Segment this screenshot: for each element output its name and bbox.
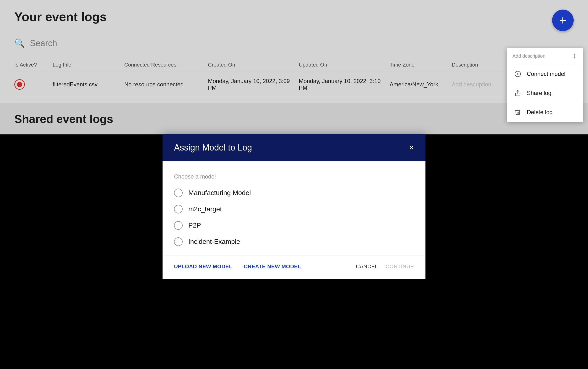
trash-icon	[513, 108, 522, 117]
create-new-model-button[interactable]: CREATE NEW MODEL	[244, 264, 301, 270]
cell-created-on: Monday, January 10, 2022, 3:09 PM	[208, 78, 299, 91]
radio-circle-manufacturing	[174, 189, 183, 197]
table-row: filteredEvents.csv No resource connected…	[14, 72, 574, 97]
shared-section: Shared event logs	[0, 103, 588, 135]
dialog-footer: UPLOAD NEW MODEL CREATE NEW MODEL CANCEL…	[174, 264, 414, 270]
radio-label-p2p: P2P	[188, 222, 201, 229]
dialog-footer-right: CANCEL CONTINUE	[356, 264, 414, 270]
radio-circle-p2p	[174, 221, 183, 230]
shared-section-title: Shared event logs	[14, 113, 574, 126]
radio-label-incident: Incident-Example	[188, 238, 240, 246]
radio-label-manufacturing: Manufacturing Model	[188, 189, 251, 197]
main-content: Your event logs + 🔍 Is Active? Log File …	[0, 0, 588, 115]
cell-updated-on: Monday, January 10, 2022, 3:10 PM	[299, 78, 390, 91]
context-menu-item-delete[interactable]: Delete log	[507, 103, 583, 122]
page-header: Your event logs +	[14, 10, 574, 31]
dialog-footer-left: UPLOAD NEW MODEL CREATE NEW MODEL	[174, 264, 301, 270]
plus-icon: +	[559, 14, 567, 27]
more-options-icon[interactable]: ⋮	[572, 53, 578, 59]
cell-time-zone: America/New_York	[390, 81, 452, 88]
context-menu-header: Add description ⋮	[507, 48, 583, 64]
col-header-time-zone: Time Zone	[390, 62, 452, 68]
dialog-title: Assign Model to Log	[174, 143, 252, 153]
search-input[interactable]	[30, 38, 126, 48]
page-title: Your event logs	[14, 10, 107, 24]
table-header: Is Active? Log File Connected Resources …	[14, 58, 574, 72]
continue-button: CONTINUE	[386, 264, 414, 270]
col-header-is-active: Is Active?	[14, 62, 53, 68]
radio-item-incident-example[interactable]: Incident-Example	[174, 237, 414, 246]
radio-circle-incident	[174, 237, 183, 246]
cell-log-file: filteredEvents.csv	[53, 81, 124, 88]
radio-item-m2c-target[interactable]: m2c_target	[174, 205, 414, 214]
context-menu-item-share[interactable]: Share log	[507, 83, 583, 103]
dialog-body: Choose a model Manufacturing Model m2c_t…	[163, 161, 425, 279]
context-menu-item-delete-label: Delete log	[527, 109, 553, 116]
add-button[interactable]: +	[552, 10, 574, 31]
context-menu-description-placeholder[interactable]: Add description	[512, 53, 545, 59]
context-menu-item-share-label: Share log	[527, 90, 551, 96]
context-menu: Add description ⋮ Connect model Share lo…	[507, 48, 583, 122]
cancel-button[interactable]: CANCEL	[356, 264, 378, 270]
col-header-connected-resources: Connected Resources	[124, 62, 208, 68]
search-bar: 🔍	[14, 38, 574, 48]
col-header-log-file: Log File	[53, 62, 124, 68]
radio-label-m2c: m2c_target	[188, 205, 222, 213]
active-radio[interactable]	[14, 79, 25, 90]
active-radio-inner	[17, 82, 22, 87]
col-header-created-on: Created On	[208, 62, 299, 68]
dialog-close-button[interactable]: ×	[409, 143, 414, 152]
cell-is-active	[14, 79, 53, 90]
dialog-divider	[163, 256, 425, 256]
radio-item-manufacturing-model[interactable]: Manufacturing Model	[174, 189, 414, 197]
col-header-updated-on: Updated On	[299, 62, 390, 68]
connect-model-icon	[513, 70, 522, 78]
upload-new-model-button[interactable]: UPLOAD NEW MODEL	[174, 264, 232, 270]
choose-model-label: Choose a model	[174, 173, 414, 180]
context-menu-item-connect[interactable]: Connect model	[507, 64, 583, 83]
cell-connected-resources: No resource connected	[124, 81, 208, 88]
model-radio-group: Manufacturing Model m2c_target P2P Incid…	[174, 189, 414, 246]
assign-model-dialog: Assign Model to Log × Choose a model Man…	[163, 134, 425, 279]
search-icon: 🔍	[14, 38, 25, 48]
share-icon	[513, 89, 522, 97]
context-menu-item-connect-label: Connect model	[527, 71, 565, 77]
dialog-header: Assign Model to Log ×	[163, 134, 425, 161]
radio-circle-m2c	[174, 205, 183, 214]
radio-item-p2p[interactable]: P2P	[174, 221, 414, 230]
